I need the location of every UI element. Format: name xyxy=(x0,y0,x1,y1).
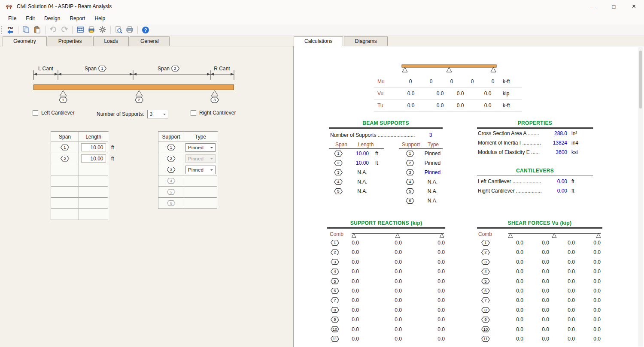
span-length-value: N.A. xyxy=(350,169,374,175)
support-table-row: 6 xyxy=(158,198,218,209)
maximize-button[interactable]: □ xyxy=(604,0,624,13)
span-table-header: Span Length xyxy=(51,132,109,142)
print-button[interactable] xyxy=(125,25,135,35)
vertical-scrollbar[interactable] xyxy=(638,47,643,347)
menu-item[interactable]: Edit xyxy=(21,13,39,24)
support-triangles xyxy=(33,90,234,97)
scrollbar-thumb[interactable] xyxy=(639,51,642,109)
number-of-supports-select[interactable]: 3 xyxy=(147,110,168,118)
right-panel-tab[interactable]: Calculations xyxy=(294,36,343,46)
support-number-badge: 2 xyxy=(406,160,414,166)
calculator-icon xyxy=(76,26,84,35)
combination-number-badge: 10 xyxy=(481,326,490,332)
close-button[interactable]: × xyxy=(624,0,644,13)
shear-row: 10 0.0 0.0 0.0 0.0 xyxy=(477,325,602,335)
toolbar-separator xyxy=(72,26,73,34)
toolbar-grip xyxy=(1,26,3,34)
reaction-row: 10 0.0 0.0 0.0 xyxy=(327,325,446,335)
span-length-input[interactable]: 10.00 xyxy=(81,154,106,163)
calc-span-row: 2 10.00 ft xyxy=(329,159,384,168)
calc-span-table-header: Span Length xyxy=(329,142,384,149)
settings-button[interactable] xyxy=(97,25,108,35)
left-panel-tab[interactable]: Properties xyxy=(48,36,93,46)
span-number-badge: 2 xyxy=(61,156,69,162)
support-number-badge: 5 xyxy=(167,189,176,195)
support-number-badge: 2 xyxy=(167,156,176,162)
calc-support-row: 1 Pinned xyxy=(399,149,443,159)
span-length-value: N.A. xyxy=(350,179,374,185)
left-panel-tab[interactable]: Loads xyxy=(93,36,129,46)
left-cantilever-control: Left Cantilever xyxy=(33,110,74,116)
support-table-row: 3 Pinned xyxy=(158,164,218,175)
cantilever-label: Left Cantilever .................... xyxy=(478,178,541,184)
reaction-row: 1 0.0 0.0 0.0 xyxy=(327,238,446,248)
title-bar: Civil Solution 04 - ASDIP - Beam Analysi… xyxy=(0,0,644,13)
reaction-row: 2 0.0 0.0 0.0 xyxy=(327,248,446,257)
calc-support-row: 4 N.A. xyxy=(399,178,443,187)
reaction-row: 8 0.0 0.0 0.0 xyxy=(327,306,446,315)
support-type-select[interactable]: Pinned xyxy=(185,166,216,174)
property-label: Cross Section Area A ........ xyxy=(478,130,539,136)
menu-item[interactable]: Help xyxy=(90,13,110,24)
number-of-supports-label: Number of Supports: xyxy=(97,111,144,117)
span-table-row: 1 10.00 ft xyxy=(51,142,109,153)
combination-number-badge: 7 xyxy=(481,297,490,303)
calculations-panel: Mu 0 0 0 0 0 k-ft Vu 0.0 0.0 0.0 0.0 kip… xyxy=(293,46,644,347)
cantilever-label: Right Cantilever .................. xyxy=(478,188,542,194)
minimize-button[interactable]: — xyxy=(583,0,604,13)
design-codes-icon xyxy=(88,26,95,35)
support-table-header: Support Type xyxy=(158,132,218,142)
span-number-badge: 1 xyxy=(334,151,343,157)
support-table-row: 2 Pinned xyxy=(158,153,218,164)
left-panel-tab[interactable]: General xyxy=(130,36,170,46)
toolbar-separator xyxy=(45,26,46,34)
support-type-select[interactable]: Pinned xyxy=(185,143,216,152)
combination-number-badge: 4 xyxy=(481,269,490,275)
span-table-row xyxy=(51,209,109,220)
combination-number-badge: 6 xyxy=(481,288,490,294)
support-number-badge: 3 xyxy=(406,169,414,175)
calc-support-row: 6 N.A. xyxy=(399,196,443,206)
cantilever-value: 0.00 xyxy=(539,188,567,194)
support-number-badge: 3 xyxy=(167,167,176,173)
support-number-badge: 1 xyxy=(406,151,414,157)
support-reactions-title: SUPPORT REACTIONS (kip) xyxy=(327,220,445,229)
support-table-row: 4 xyxy=(158,175,218,187)
paste-button[interactable] xyxy=(32,25,43,35)
shear-row: 5 0.0 0.0 0.0 0.0 xyxy=(477,277,602,287)
beam-bar xyxy=(33,84,234,90)
right-cantilever-checkbox[interactable] xyxy=(191,110,196,116)
right-cantilever-control: Right Cantilever xyxy=(191,110,236,116)
support-type-value: Pinned xyxy=(422,169,443,175)
print-preview-button[interactable] xyxy=(113,25,124,35)
shear-row: 6 0.0 0.0 0.0 0.0 xyxy=(477,287,602,296)
support-table-row: 5 xyxy=(158,187,218,198)
load-summary-table: Mu 0 0 0 0 0 k-ft Vu 0.0 0.0 0.0 0.0 kip… xyxy=(374,75,522,112)
right-tab-strip: CalculationsDiagrams xyxy=(294,36,389,46)
vu-label: Vu xyxy=(377,91,383,97)
copy-button[interactable] xyxy=(21,25,31,35)
calc-support-row: 5 N.A. xyxy=(399,187,443,196)
menu-item[interactable]: Design xyxy=(39,13,65,24)
span-length-input xyxy=(81,199,106,207)
asdip-beam-analysis-window: Civil Solution 04 - ASDIP - Beam Analysi… xyxy=(0,0,644,347)
help-button[interactable]: ? xyxy=(140,25,151,35)
pm-button[interactable]: PM xyxy=(5,25,15,35)
undo-icon xyxy=(49,26,57,35)
shear-forces-title: SHEAR FORCES Vu (kip) xyxy=(477,220,602,229)
support-number-badge: 4 xyxy=(167,178,176,184)
menu-item[interactable]: Report xyxy=(65,13,90,24)
shear-row: 9 0.0 0.0 0.0 0.0 xyxy=(477,315,602,325)
span-length-input[interactable]: 10.00 xyxy=(81,143,106,151)
left-panel-tab[interactable]: Geometry xyxy=(3,36,47,46)
loads-beam-diagram xyxy=(400,63,498,73)
right-panel-tab[interactable]: Diagrams xyxy=(344,36,387,46)
calculator-button[interactable] xyxy=(75,25,85,35)
design-codes-button[interactable] xyxy=(86,25,97,35)
support-number-badge: 6 xyxy=(406,198,414,204)
redo-icon xyxy=(61,26,68,35)
print-preview-icon xyxy=(115,26,122,35)
number-of-supports-control: Number of Supports: 3 xyxy=(97,110,168,118)
left-cantilever-checkbox[interactable] xyxy=(33,110,38,116)
menu-item[interactable]: File xyxy=(3,13,21,24)
